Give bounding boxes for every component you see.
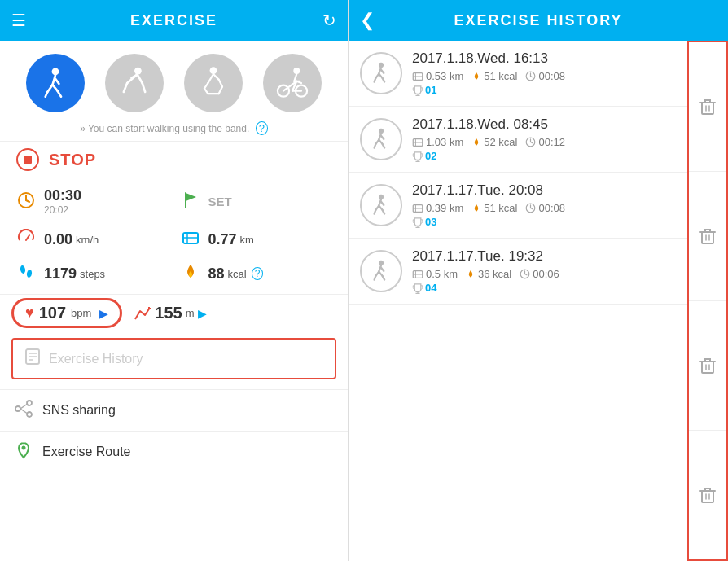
svg-line-18 — [218, 86, 221, 94]
svg-line-88 — [375, 210, 376, 213]
trophy-badge-2: 03 — [412, 216, 681, 228]
svg-rect-117 — [702, 232, 713, 243]
fire-icon — [179, 263, 202, 284]
walk-icon-2 — [360, 184, 402, 226]
heart-rate-arrow[interactable]: ▶ — [99, 307, 108, 320]
svg-point-39 — [20, 265, 26, 274]
svg-line-10 — [124, 83, 127, 92]
elevation-icon — [134, 305, 151, 322]
flag-icon — [179, 191, 202, 213]
rank-number-1: 02 — [425, 150, 436, 162]
history-datetime-3: 2017.1.17.Tue. 19:32 — [412, 248, 681, 265]
back-icon[interactable]: ❮ — [360, 10, 375, 31]
delete-button-3[interactable] — [689, 431, 726, 559]
timer-value-group: 00:30 20:02 — [44, 187, 81, 216]
band-hint-text: » You can start walking using the band. — [80, 123, 249, 134]
svg-line-3 — [53, 85, 58, 90]
calories-info-icon[interactable]: ? — [252, 267, 264, 280]
share-icon — [15, 400, 33, 421]
steps-stat: 1179 steps — [11, 258, 173, 289]
exercise-history-button[interactable]: Exercise History — [11, 338, 336, 379]
svg-point-7 — [134, 68, 142, 75]
exercise-type-running[interactable] — [105, 54, 164, 112]
history-item: 2017.1.18.Wed. 08:45 1.03 km 52 kcal — [349, 107, 687, 173]
svg-rect-121 — [702, 362, 713, 373]
svg-rect-113 — [702, 103, 713, 114]
history-datetime-1: 2017.1.18.Wed. 08:45 — [412, 116, 681, 133]
stats-grid: 00:30 20:02 SET 0.00 km/h — [0, 178, 348, 294]
elevation-stat: 155 m ▶ — [134, 304, 206, 322]
svg-line-58 — [375, 78, 376, 81]
walk-icon-3 — [360, 250, 402, 292]
svg-line-14 — [208, 74, 213, 83]
info-icon[interactable]: ? — [256, 121, 268, 135]
exercise-type-cycling[interactable] — [263, 54, 322, 112]
history-distance-3: 0.5 km — [412, 268, 458, 280]
menu-icon[interactable]: ☰ — [11, 11, 26, 30]
distance-stat: 0.77 km — [176, 224, 337, 255]
svg-line-17 — [218, 80, 221, 87]
svg-line-50 — [20, 405, 27, 410]
delete-button-0[interactable] — [689, 42, 726, 172]
svg-line-80 — [531, 142, 533, 143]
svg-line-6 — [58, 91, 61, 97]
speed-icon — [15, 229, 37, 250]
delete-button-1[interactable] — [689, 172, 726, 301]
heart-icon: ♥ — [25, 305, 34, 322]
svg-line-5 — [46, 92, 48, 97]
svg-line-87 — [381, 202, 384, 205]
set-label: SET — [208, 195, 232, 208]
fire-icon-small — [471, 137, 481, 148]
stop-label[interactable]: STOP — [49, 151, 96, 169]
elevation-arrow[interactable]: ▶ — [198, 307, 207, 320]
svg-point-48 — [27, 412, 32, 417]
exercise-route-item[interactable]: Exercise Route — [0, 431, 348, 472]
svg-line-110 — [525, 274, 527, 275]
set-stat: SET — [176, 182, 337, 221]
svg-line-4 — [55, 79, 59, 84]
svg-line-32 — [26, 200, 29, 202]
svg-line-2 — [48, 85, 53, 92]
exercise-type-elliptical[interactable] — [184, 54, 243, 112]
svg-line-102 — [381, 268, 384, 271]
history-distance-2: 0.39 km — [412, 202, 463, 214]
history-duration-3: 00:06 — [520, 268, 559, 280]
sns-sharing-item[interactable]: SNS sharing — [0, 389, 348, 431]
fire-icon-small — [471, 203, 481, 214]
elevation-unit: m — [186, 307, 195, 319]
right-panel: ❮ EXERCISE HISTORY 2017.1.18.Wed. 16:13 — [349, 0, 728, 561]
refresh-icon[interactable]: ↻ — [322, 11, 336, 30]
trophy-icon-small — [412, 85, 423, 96]
walk-icon-1 — [360, 118, 402, 160]
walk-icon-0 — [360, 52, 402, 94]
bottom-menu: SNS sharing Exercise Route — [0, 389, 348, 472]
history-duration-0: 00:08 — [525, 70, 565, 82]
history-calories-2: 51 kcal — [471, 202, 517, 214]
svg-point-21 — [293, 68, 300, 74]
svg-point-0 — [52, 68, 59, 76]
history-duration-1: 00:12 — [525, 136, 565, 148]
fire-icon-small — [466, 269, 476, 280]
trash-icon-2 — [698, 356, 717, 375]
trash-icon-0 — [698, 97, 717, 116]
distance-icon-small — [412, 71, 423, 82]
svg-line-72 — [381, 136, 384, 139]
svg-line-9 — [138, 74, 143, 83]
sns-label: SNS sharing — [42, 403, 116, 418]
exercise-type-walking[interactable] — [26, 54, 85, 112]
distance-icon — [179, 229, 202, 250]
delete-button-2[interactable] — [689, 301, 726, 431]
right-title: EXERCISE HISTORY — [454, 12, 622, 29]
stop-button[interactable] — [16, 148, 39, 171]
exercise-type-selector — [0, 41, 348, 119]
distance-value: 0.77 — [208, 231, 237, 248]
history-stats-2: 0.39 km 51 kcal 00:08 — [412, 202, 681, 214]
svg-line-73 — [375, 144, 376, 147]
calories-unit: kcal — [228, 268, 247, 280]
clock-icon-small — [525, 137, 536, 147]
history-calories-1: 52 kcal — [471, 136, 517, 148]
history-list: 2017.1.18.Wed. 16:13 0.53 km 51 kcal — [349, 41, 687, 561]
distance-icon-small — [412, 203, 423, 214]
speed-unit: km/h — [76, 234, 99, 246]
history-stats-3: 0.5 km 36 kcal 00:06 — [412, 268, 681, 280]
